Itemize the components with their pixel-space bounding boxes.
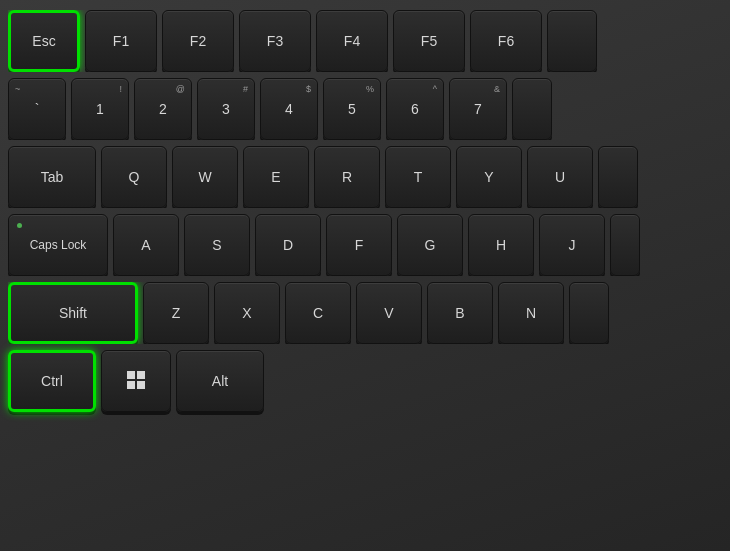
key-d-label: D — [283, 237, 293, 253]
row-numbers: ~ ` ! 1 @ 2 # 3 $ 4 % 5 ^ 6 & 7 — [8, 78, 722, 140]
key-i-partial[interactable] — [598, 146, 638, 208]
svg-rect-0 — [127, 371, 135, 379]
key-f4[interactable]: F4 — [316, 10, 388, 72]
key-y[interactable]: Y — [456, 146, 522, 208]
key-7[interactable]: & 7 — [449, 78, 507, 140]
key-c-label: C — [313, 305, 323, 321]
key-g[interactable]: G — [397, 214, 463, 276]
key-8-partial[interactable] — [512, 78, 552, 140]
row-asdf: Caps Lock A S D F G H J — [8, 214, 722, 276]
key-n-label: N — [526, 305, 536, 321]
key-esc-label: Esc — [32, 33, 55, 49]
keyboard: Esc F1 F2 F3 F4 F5 F6 ~ ` ! 1 — [0, 0, 730, 551]
key-backtick[interactable]: ~ ` — [8, 78, 66, 140]
key-f-label: F — [355, 237, 364, 253]
key-4-label: 4 — [285, 101, 293, 117]
key-w[interactable]: W — [172, 146, 238, 208]
key-4-top: $ — [306, 84, 311, 94]
key-t[interactable]: T — [385, 146, 451, 208]
key-esc[interactable]: Esc — [8, 10, 80, 72]
key-b[interactable]: B — [427, 282, 493, 344]
key-s-label: S — [212, 237, 221, 253]
key-tab[interactable]: Tab — [8, 146, 96, 208]
key-2-label: 2 — [159, 101, 167, 117]
key-j-label: J — [569, 237, 576, 253]
key-f2-label: F2 — [190, 33, 206, 49]
key-r[interactable]: R — [314, 146, 380, 208]
svg-rect-3 — [137, 381, 145, 389]
key-a[interactable]: A — [113, 214, 179, 276]
key-z-label: Z — [172, 305, 181, 321]
key-alt[interactable]: Alt — [176, 350, 264, 412]
key-f6-label: F6 — [498, 33, 514, 49]
key-3-top: # — [243, 84, 248, 94]
key-e[interactable]: E — [243, 146, 309, 208]
key-shift[interactable]: Shift — [8, 282, 138, 344]
key-h[interactable]: H — [468, 214, 534, 276]
key-7-label: 7 — [474, 101, 482, 117]
key-n[interactable]: N — [498, 282, 564, 344]
svg-rect-1 — [137, 371, 145, 379]
key-j[interactable]: J — [539, 214, 605, 276]
key-6[interactable]: ^ 6 — [386, 78, 444, 140]
capslock-indicator — [17, 223, 22, 228]
key-f-key[interactable]: F — [326, 214, 392, 276]
key-2-top: @ — [176, 84, 185, 94]
key-win-icon — [127, 371, 145, 392]
key-f6[interactable]: F6 — [470, 10, 542, 72]
key-z[interactable]: Z — [143, 282, 209, 344]
key-1-label: 1 — [96, 101, 104, 117]
key-win[interactable] — [101, 350, 171, 412]
key-5-top: % — [366, 84, 374, 94]
key-backtick-label: ` — [35, 101, 40, 117]
key-4[interactable]: $ 4 — [260, 78, 318, 140]
key-k-partial[interactable] — [610, 214, 640, 276]
key-5-label: 5 — [348, 101, 356, 117]
key-x-label: X — [242, 305, 251, 321]
key-5[interactable]: % 5 — [323, 78, 381, 140]
key-3-label: 3 — [222, 101, 230, 117]
key-x[interactable]: X — [214, 282, 280, 344]
key-f4-label: F4 — [344, 33, 360, 49]
key-1[interactable]: ! 1 — [71, 78, 129, 140]
key-c[interactable]: C — [285, 282, 351, 344]
key-6-top: ^ — [433, 84, 437, 94]
key-f2[interactable]: F2 — [162, 10, 234, 72]
key-capslock[interactable]: Caps Lock — [8, 214, 108, 276]
key-q-label: Q — [129, 169, 140, 185]
key-s[interactable]: S — [184, 214, 250, 276]
row-function: Esc F1 F2 F3 F4 F5 F6 — [8, 10, 722, 72]
key-shift-label: Shift — [59, 305, 87, 321]
key-g-label: G — [425, 237, 436, 253]
key-2[interactable]: @ 2 — [134, 78, 192, 140]
key-f3[interactable]: F3 — [239, 10, 311, 72]
key-f7-partial[interactable] — [547, 10, 597, 72]
key-t-label: T — [414, 169, 423, 185]
key-f1-label: F1 — [113, 33, 129, 49]
key-b-label: B — [455, 305, 464, 321]
key-f5-label: F5 — [421, 33, 437, 49]
key-q[interactable]: Q — [101, 146, 167, 208]
key-a-label: A — [141, 237, 150, 253]
key-ctrl-label: Ctrl — [41, 373, 63, 389]
key-v[interactable]: V — [356, 282, 422, 344]
key-e-label: E — [271, 169, 280, 185]
key-d[interactable]: D — [255, 214, 321, 276]
key-f5[interactable]: F5 — [393, 10, 465, 72]
key-1-top: ! — [119, 84, 122, 94]
key-y-label: Y — [484, 169, 493, 185]
key-w-label: W — [198, 169, 211, 185]
key-v-label: V — [384, 305, 393, 321]
key-f1[interactable]: F1 — [85, 10, 157, 72]
key-6-label: 6 — [411, 101, 419, 117]
key-3[interactable]: # 3 — [197, 78, 255, 140]
key-backtick-top: ~ — [15, 84, 20, 94]
key-m-partial[interactable] — [569, 282, 609, 344]
key-tab-label: Tab — [41, 169, 64, 185]
key-u[interactable]: U — [527, 146, 593, 208]
key-7-top: & — [494, 84, 500, 94]
key-u-label: U — [555, 169, 565, 185]
key-ctrl[interactable]: Ctrl — [8, 350, 96, 412]
key-capslock-label: Caps Lock — [30, 238, 87, 252]
row-qwerty: Tab Q W E R T Y U — [8, 146, 722, 208]
